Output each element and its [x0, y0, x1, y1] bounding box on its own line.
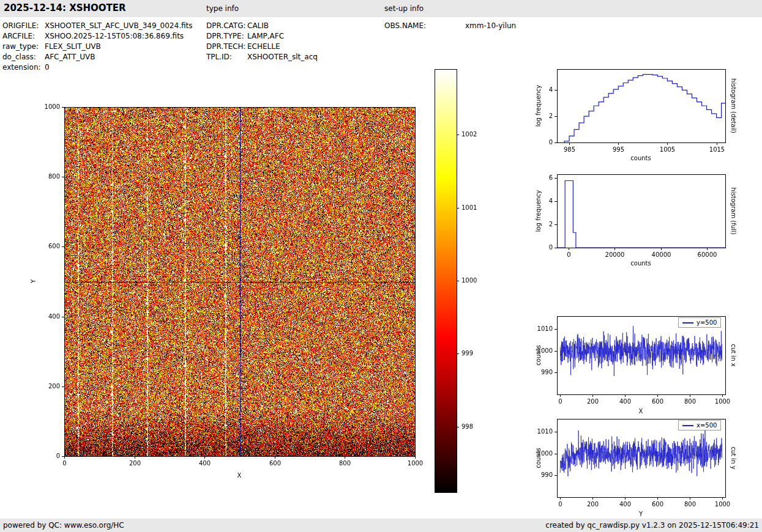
metadata-key: DPR.TYPE:: [206, 31, 247, 42]
header-bar: 2025-12-14: XSHOOTER type info set-up in…: [0, 0, 762, 17]
dpr-metadata-block: DPR.CATG: CALIB DPR.TYPE: LAMP,AFC DPR.T…: [206, 21, 318, 62]
legend-label: y=500: [697, 319, 717, 326]
metadata-row: extension: 0: [2, 62, 192, 73]
metadata-value: XSHOOTER_SLT_AFC_UVB_349_0024.fits: [45, 21, 192, 31]
cut-in-y-canvas: [525, 412, 762, 525]
legend-box: x=500: [678, 420, 721, 430]
y-axis-label: counts: [534, 421, 543, 495]
y-axis-label: counts: [534, 319, 543, 392]
metadata-row: do_class: AFC_ATT_UVB: [2, 52, 192, 62]
metadata-key: TPL.ID:: [206, 52, 247, 62]
metadata-row: ORIGFILE: XSHOOTER_SLT_AFC_UVB_349_0024.…: [2, 21, 192, 31]
x-axis-label: counts: [580, 155, 702, 161]
right-side-label: histogram (detail): [729, 69, 738, 142]
right-side-label: cut in x: [729, 319, 738, 392]
x-axis-label: X: [178, 472, 301, 479]
footer-bar: powered by QC: www.eso.org/HC created by…: [0, 519, 762, 532]
metadata-value: CALIB: [247, 21, 269, 31]
histogram-full-canvas: [525, 169, 762, 275]
qc-report-page: 2025-12-14: XSHOOTER type info set-up in…: [0, 0, 762, 532]
cut-in-x-canvas: [525, 309, 762, 422]
legend-line-sample: [682, 322, 693, 323]
setup-info-label: set-up info: [384, 4, 424, 13]
histogram-full-figure: counts log frequency histogram (full): [525, 169, 762, 275]
metadata-key: OBS.NAME:: [384, 21, 465, 31]
metadata-key: raw_type:: [2, 42, 45, 52]
metadata-row: ARCFILE: XSHOO.2025-12-15T05:08:36.869.f…: [2, 31, 192, 42]
legend-label: x=500: [697, 422, 717, 429]
metadata-value: FLEX_SLIT_UVB: [45, 42, 101, 52]
metadata-value: ECHELLE: [247, 42, 280, 52]
colorbar: [433, 64, 495, 498]
footer-left-text: powered by QC: www.eso.org/HC: [3, 521, 124, 530]
metadata-value: xmm-10-yilun: [465, 21, 516, 31]
metadata-key: ORIGFILE:: [2, 21, 45, 31]
y-axis-label: log frequency: [534, 174, 543, 248]
metadata-row: TPL.ID: XSHOOTER_slt_acq: [206, 52, 318, 62]
metadata-key: DPR.CATG:: [206, 21, 247, 31]
histogram-detail-canvas: [525, 64, 762, 169]
cut-in-y-figure: Y counts cut in y x=500: [525, 412, 762, 525]
metadata-key: extension:: [2, 62, 45, 73]
y-axis-label: Y: [29, 245, 38, 318]
metadata-key: do_class:: [2, 52, 45, 62]
right-side-label: cut in y: [729, 421, 738, 495]
page-title: 2025-12-14: XSHOOTER: [4, 2, 126, 13]
metadata-key: ARCFILE:: [2, 31, 45, 42]
right-side-label: histogram (full): [729, 174, 738, 248]
metadata-value: LAMP,AFC: [247, 31, 284, 42]
metadata-value: AFC_ATT_UVB: [45, 52, 95, 62]
file-metadata-block: ORIGFILE: XSHOOTER_SLT_AFC_UVB_349_0024.…: [2, 21, 192, 73]
metadata-value: 0: [45, 62, 50, 73]
cut-in-x-figure: X counts cut in x y=500: [525, 309, 762, 422]
metadata-key: DPR.TECH:: [206, 42, 247, 52]
x-axis-label: counts: [580, 260, 702, 267]
metadata-row: OBS.NAME: xmm-10-yilun: [384, 21, 516, 31]
y-axis-label: log frequency: [534, 69, 543, 142]
footer-right-text: created by qc_rawdisp.py v1.2.3 on 2025-…: [545, 521, 759, 530]
legend-box: y=500: [678, 317, 721, 328]
legend-line-sample: [682, 425, 693, 426]
metadata-row: raw_type: FLEX_SLIT_UVB: [2, 42, 192, 52]
x-axis-label: Y: [580, 511, 702, 517]
metadata-row: DPR.CATG: CALIB: [206, 21, 318, 31]
colorbar-canvas: [433, 64, 495, 498]
type-info-label: type info: [206, 4, 239, 13]
histogram-detail-figure: counts log frequency histogram (detail): [525, 64, 762, 169]
obs-metadata-block: OBS.NAME: xmm-10-yilun: [384, 21, 516, 31]
metadata-row: DPR.TECH: ECHELLE: [206, 42, 318, 52]
metadata-row: DPR.TYPE: LAMP,AFC: [206, 31, 318, 42]
raw-image-canvas: [31, 98, 428, 495]
raw-image-figure: X Y: [31, 98, 428, 495]
metadata-value: XSHOOTER_slt_acq: [247, 52, 318, 62]
metadata-value: XSHOO.2025-12-15T05:08:36.869.fits: [45, 31, 184, 42]
